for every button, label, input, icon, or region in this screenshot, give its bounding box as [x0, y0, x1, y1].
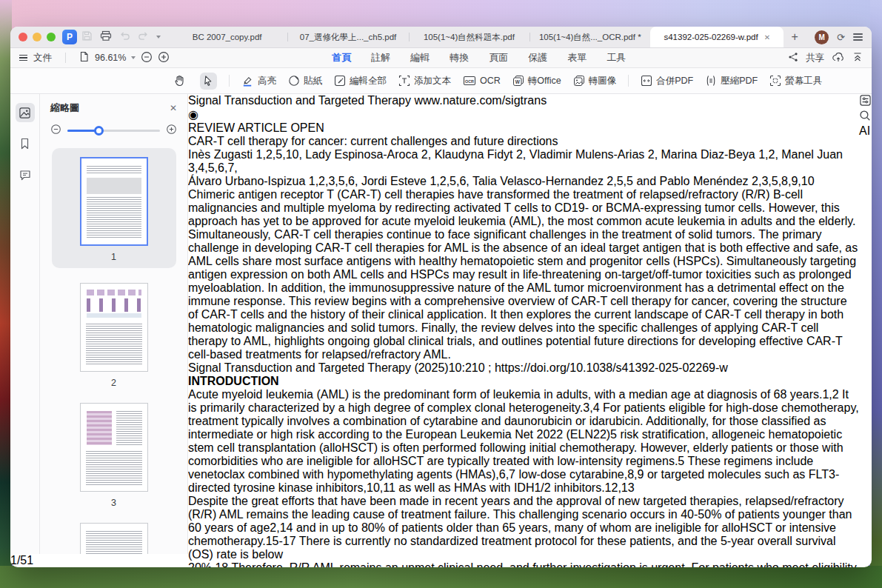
page-thumbnail[interactable]	[80, 403, 148, 492]
desktop-wallpaper-right	[870, 0, 882, 588]
edit-all-tool-button[interactable]: 編輯全部	[334, 75, 387, 87]
convert-image-tool-button[interactable]: 轉圖像	[573, 75, 617, 87]
file-menu-button[interactable]: 文件	[33, 52, 52, 64]
account-avatar[interactable]: M	[815, 30, 829, 44]
thumbnail-size-slider[interactable]	[67, 130, 160, 132]
cloud-upload-icon[interactable]	[832, 52, 845, 64]
left-sidebar-strip	[10, 94, 40, 554]
add-text-tool-button[interactable]: 添加文本	[398, 75, 451, 87]
page-thumbnail[interactable]	[80, 523, 148, 554]
highlight-tool-button[interactable]: 高亮	[241, 75, 276, 87]
pdf-page-1: Signal Transduction and Targeted Therapy…	[188, 94, 859, 567]
tool-label: 螢幕工具	[785, 75, 822, 87]
new-tab-button[interactable]: +	[784, 27, 806, 47]
tab-convert[interactable]: 轉換	[450, 51, 469, 64]
thumbnails-panel-icon[interactable]	[16, 103, 35, 122]
zoom-out-button[interactable]	[141, 51, 153, 65]
publisher-logo: ◉	[188, 107, 859, 121]
article-title: CAR-T cell therapy for cancer: current c…	[188, 135, 859, 148]
pages-container: Signal Transduction and Targeted Therapy…	[188, 94, 859, 567]
tab-tools[interactable]: 工具	[607, 51, 626, 64]
paragraph: Acute myeloid leukemia (AML) is the pred…	[188, 388, 859, 495]
search-icon[interactable]	[859, 111, 871, 124]
document-tab-active[interactable]: s41392-025-02269-w.pdf ✕	[650, 27, 784, 47]
document-tab[interactable]: 105(1~4)自然科題本.pdf	[409, 27, 529, 47]
tab-page[interactable]: 頁面	[489, 51, 508, 64]
thumbnail-item[interactable]: 3	[80, 403, 148, 508]
tools-toolbar: 高亮 貼紙 編輯全部 添加文本 OCR OCR W 轉Office 轉圖像 合併…	[10, 68, 872, 94]
screen-tool-button[interactable]: 螢幕工具	[769, 75, 822, 87]
document-tab[interactable]: BC 2007_copy.pdf	[167, 27, 287, 47]
close-window-button[interactable]	[19, 33, 27, 41]
redo-icon[interactable]	[138, 30, 149, 44]
toolbar-divider	[628, 75, 629, 87]
undo-icon[interactable]	[119, 30, 130, 44]
zoom-controls: 96.61%	[95, 51, 170, 65]
titlebar-right: M ⟳	[806, 27, 872, 47]
zoom-level-value[interactable]: 96.61%	[95, 53, 126, 63]
convert-office-tool-button[interactable]: W 轉Office	[512, 75, 561, 87]
print-icon[interactable]	[100, 30, 112, 44]
slider-knob[interactable]	[94, 126, 104, 136]
office-icon-glyph: W	[515, 79, 520, 84]
tool-label: 轉Office	[528, 75, 561, 87]
save-icon[interactable]	[81, 30, 93, 44]
thumbnail-page-number: 2	[111, 378, 116, 388]
thumbnail-smaller-icon[interactable]	[50, 124, 61, 138]
properties-panel-icon[interactable]	[859, 96, 872, 109]
bookmarks-panel-icon[interactable]	[16, 134, 35, 153]
traffic-lights	[10, 27, 62, 47]
ai-assistant-button[interactable]: AI	[859, 124, 870, 137]
merge-pdf-tool-button[interactable]: 合併PDF	[641, 75, 693, 87]
page-thumbnail[interactable]	[80, 157, 148, 246]
tab-label: 105(1~4)自然科題本.pdf	[424, 32, 515, 43]
tab-form[interactable]: 表單	[567, 51, 587, 64]
thumbnail-item-selected[interactable]: 1	[52, 148, 176, 268]
thumbnail-larger-icon[interactable]	[166, 124, 177, 138]
sync-icon[interactable]: ⟳	[837, 32, 845, 43]
tab-annotate[interactable]: 註解	[371, 51, 390, 64]
collapse-toolbar-icon[interactable]	[852, 52, 863, 64]
thumbnail-page-number: 3	[111, 498, 116, 508]
article-type: REVIEW ARTICLE	[188, 121, 287, 134]
ocr-icon-glyph: OCR	[465, 79, 474, 84]
tab-home[interactable]: 首頁	[332, 51, 351, 64]
divider	[65, 53, 66, 63]
close-panel-icon[interactable]: ✕	[170, 103, 177, 113]
tab-label: BC 2007_copy.pdf	[193, 33, 262, 41]
tool-label: 添加文本	[414, 75, 451, 87]
desktop-wallpaper-top	[0, 0, 882, 30]
select-tool-button[interactable]	[200, 73, 217, 90]
close-tab-icon[interactable]: ✕	[764, 33, 770, 41]
zoom-caret-icon[interactable]	[131, 56, 136, 59]
tab-edit[interactable]: 編輯	[410, 51, 430, 64]
ocr-tool-button[interactable]: OCR OCR	[463, 75, 501, 87]
authors-line: Inès Zugasti 1,2,5,10, Lady Espinosa-Aro…	[188, 148, 859, 175]
share-button[interactable]: 共享	[806, 52, 824, 64]
sticker-tool-button[interactable]: 貼紙	[288, 75, 322, 87]
file-menu-icon[interactable]	[19, 55, 27, 61]
minimize-window-button[interactable]	[33, 33, 41, 41]
page-view-icon[interactable]	[79, 51, 89, 64]
document-viewport[interactable]: Signal Transduction and Targeted Therapy…	[188, 94, 859, 554]
document-tab[interactable]: 07_選修化學上..._ch5.pdf	[287, 27, 408, 47]
hand-tool-button[interactable]	[170, 72, 188, 90]
thumbnail-size-controls	[40, 119, 187, 145]
thumbnail-item[interactable]	[80, 523, 148, 554]
menubar-right: 共享	[788, 52, 863, 64]
thumbnail-item[interactable]: 2	[80, 283, 148, 388]
zoom-in-button[interactable]	[158, 51, 170, 65]
annotations-panel-icon[interactable]	[16, 165, 35, 184]
desktop-wallpaper-bottom	[0, 566, 882, 588]
desktop: { "icons": { "app_glyph": "P", "close_ta…	[0, 0, 882, 588]
share-icon[interactable]	[788, 52, 798, 64]
journal-name: Signal Transduction and Targeted Therapy	[188, 94, 411, 107]
page-thumbnail[interactable]	[80, 283, 148, 372]
fullscreen-window-button[interactable]	[47, 33, 56, 41]
doi-link[interactable]: ; https://doi.org/10.1038/s41392-025-022…	[488, 361, 728, 374]
compress-pdf-tool-button[interactable]: 壓縮PDF	[705, 75, 758, 87]
more-actions-caret-icon[interactable]	[156, 36, 161, 39]
app-menu-icon[interactable]	[853, 33, 863, 40]
document-tab[interactable]: 105(1~4)自然..._OCR.pdf *	[529, 27, 650, 47]
tab-protect[interactable]: 保護	[528, 51, 547, 64]
